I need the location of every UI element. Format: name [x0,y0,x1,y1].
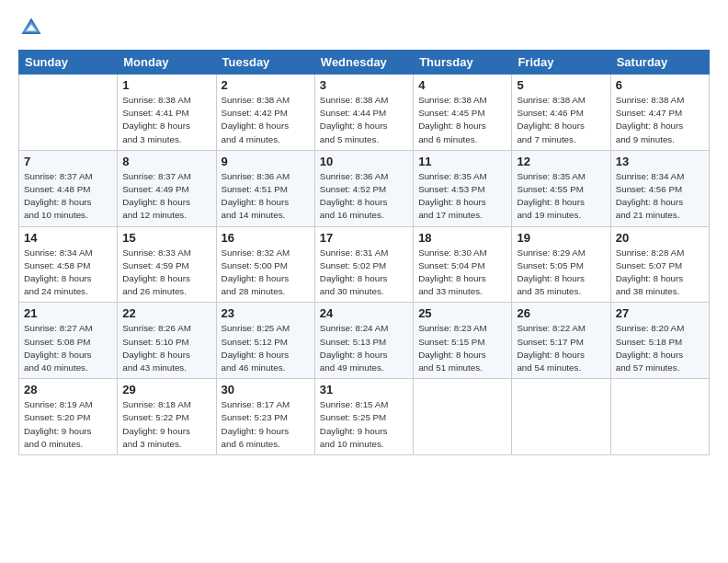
day-number: 24 [320,306,408,320]
day-info: Sunrise: 8:20 AM Sunset: 5:18 PM Dayligh… [616,322,704,374]
calendar-cell: 17Sunrise: 8:31 AM Sunset: 5:02 PM Dayli… [314,226,413,303]
calendar-cell: 27Sunrise: 8:20 AM Sunset: 5:18 PM Dayli… [610,303,709,379]
calendar-cell: 2Sunrise: 8:38 AM Sunset: 4:42 PM Daylig… [216,75,314,151]
weekday-header-saturday: Saturday [610,51,709,75]
weekday-header-tuesday: Tuesday [216,51,314,75]
day-number: 18 [418,231,506,245]
day-number: 6 [616,78,704,92]
day-info: Sunrise: 8:23 AM Sunset: 5:15 PM Dayligh… [418,322,506,374]
calendar-cell: 6Sunrise: 8:38 AM Sunset: 4:47 PM Daylig… [610,75,709,151]
calendar-cell: 28Sunrise: 8:19 AM Sunset: 5:20 PM Dayli… [19,379,118,455]
calendar-cell: 10Sunrise: 8:36 AM Sunset: 4:52 PM Dayli… [314,150,413,226]
day-info: Sunrise: 8:30 AM Sunset: 5:04 PM Dayligh… [418,247,506,299]
week-row-3: 14Sunrise: 8:34 AM Sunset: 4:58 PM Dayli… [19,226,710,303]
week-row-1: 1Sunrise: 8:38 AM Sunset: 4:41 PM Daylig… [19,75,710,151]
weekday-header-wednesday: Wednesday [314,51,413,75]
calendar-cell: 9Sunrise: 8:36 AM Sunset: 4:51 PM Daylig… [216,150,314,226]
week-row-4: 21Sunrise: 8:27 AM Sunset: 5:08 PM Dayli… [19,303,710,379]
day-info: Sunrise: 8:38 AM Sunset: 4:45 PM Dayligh… [418,94,506,146]
day-info: Sunrise: 8:29 AM Sunset: 5:05 PM Dayligh… [517,247,605,299]
day-info: Sunrise: 8:27 AM Sunset: 5:08 PM Dayligh… [24,322,112,374]
page: SundayMondayTuesdayWednesdayThursdayFrid… [0,0,728,563]
day-number: 22 [122,306,210,320]
day-info: Sunrise: 8:38 AM Sunset: 4:46 PM Dayligh… [517,94,605,146]
weekday-header-friday: Friday [512,51,610,75]
day-number: 12 [517,155,605,168]
day-info: Sunrise: 8:15 AM Sunset: 5:25 PM Dayligh… [320,398,408,451]
day-info: Sunrise: 8:34 AM Sunset: 4:58 PM Dayligh… [24,247,112,299]
calendar-cell: 3Sunrise: 8:38 AM Sunset: 4:44 PM Daylig… [314,75,413,151]
calendar-cell: 29Sunrise: 8:18 AM Sunset: 5:22 PM Dayli… [118,379,216,455]
day-number: 20 [616,231,704,245]
calendar-cell: 19Sunrise: 8:29 AM Sunset: 5:05 PM Dayli… [512,226,610,303]
day-info: Sunrise: 8:31 AM Sunset: 5:02 PM Dayligh… [320,247,408,299]
weekday-header-monday: Monday [118,51,216,75]
weekday-header-row: SundayMondayTuesdayWednesdayThursdayFrid… [19,51,710,75]
day-number: 29 [122,383,210,396]
day-info: Sunrise: 8:34 AM Sunset: 4:56 PM Dayligh… [616,170,704,223]
day-number: 13 [616,155,704,168]
day-number: 30 [222,383,310,396]
day-info: Sunrise: 8:35 AM Sunset: 4:55 PM Dayligh… [517,170,605,223]
day-number: 15 [122,231,210,245]
day-number: 28 [24,383,112,396]
day-info: Sunrise: 8:19 AM Sunset: 5:20 PM Dayligh… [24,398,112,451]
calendar-cell: 22Sunrise: 8:26 AM Sunset: 5:10 PM Dayli… [118,303,216,379]
day-number: 4 [418,78,506,92]
calendar-cell: 4Sunrise: 8:38 AM Sunset: 4:45 PM Daylig… [414,75,512,151]
day-info: Sunrise: 8:17 AM Sunset: 5:23 PM Dayligh… [222,398,310,451]
calendar-cell: 1Sunrise: 8:38 AM Sunset: 4:41 PM Daylig… [118,75,216,151]
day-number: 23 [222,306,310,320]
day-info: Sunrise: 8:38 AM Sunset: 4:47 PM Dayligh… [616,94,704,146]
calendar-cell: 18Sunrise: 8:30 AM Sunset: 5:04 PM Dayli… [414,226,512,303]
day-info: Sunrise: 8:28 AM Sunset: 5:07 PM Dayligh… [616,247,704,299]
day-info: Sunrise: 8:25 AM Sunset: 5:12 PM Dayligh… [222,322,310,374]
day-info: Sunrise: 8:18 AM Sunset: 5:22 PM Dayligh… [122,398,210,451]
day-number: 8 [122,155,210,168]
day-number: 14 [24,231,112,245]
day-number: 2 [222,78,310,92]
calendar-cell [512,379,610,455]
calendar-cell [610,379,709,455]
calendar-cell: 25Sunrise: 8:23 AM Sunset: 5:15 PM Dayli… [414,303,512,379]
day-number: 10 [320,155,408,168]
week-row-5: 28Sunrise: 8:19 AM Sunset: 5:20 PM Dayli… [19,379,710,455]
day-number: 19 [517,231,605,245]
week-row-2: 7Sunrise: 8:37 AM Sunset: 4:48 PM Daylig… [19,150,710,226]
calendar-cell: 7Sunrise: 8:37 AM Sunset: 4:48 PM Daylig… [19,150,118,226]
calendar-cell: 20Sunrise: 8:28 AM Sunset: 5:07 PM Dayli… [610,226,709,303]
day-number: 3 [320,78,408,92]
calendar-cell: 21Sunrise: 8:27 AM Sunset: 5:08 PM Dayli… [19,303,118,379]
calendar-cell: 8Sunrise: 8:37 AM Sunset: 4:49 PM Daylig… [118,150,216,226]
calendar-cell: 23Sunrise: 8:25 AM Sunset: 5:12 PM Dayli… [216,303,314,379]
day-number: 31 [320,383,408,396]
day-info: Sunrise: 8:38 AM Sunset: 4:44 PM Dayligh… [320,94,408,146]
day-number: 9 [222,155,310,168]
day-number: 7 [24,155,112,168]
day-info: Sunrise: 8:36 AM Sunset: 4:52 PM Dayligh… [320,170,408,223]
calendar-cell: 12Sunrise: 8:35 AM Sunset: 4:55 PM Dayli… [512,150,610,226]
day-info: Sunrise: 8:36 AM Sunset: 4:51 PM Dayligh… [222,170,310,223]
day-number: 21 [24,306,112,320]
calendar-cell: 13Sunrise: 8:34 AM Sunset: 4:56 PM Dayli… [610,150,709,226]
day-info: Sunrise: 8:26 AM Sunset: 5:10 PM Dayligh… [122,322,210,374]
day-info: Sunrise: 8:37 AM Sunset: 4:48 PM Dayligh… [24,170,112,223]
calendar-cell: 31Sunrise: 8:15 AM Sunset: 5:25 PM Dayli… [314,379,413,455]
calendar-cell: 30Sunrise: 8:17 AM Sunset: 5:23 PM Dayli… [216,379,314,455]
day-number: 16 [222,231,310,245]
calendar-table: SundayMondayTuesdayWednesdayThursdayFrid… [18,50,710,455]
day-info: Sunrise: 8:32 AM Sunset: 5:00 PM Dayligh… [222,247,310,299]
header [18,15,710,40]
day-number: 25 [418,306,506,320]
day-info: Sunrise: 8:37 AM Sunset: 4:49 PM Dayligh… [122,170,210,223]
day-info: Sunrise: 8:35 AM Sunset: 4:53 PM Dayligh… [418,170,506,223]
day-info: Sunrise: 8:33 AM Sunset: 4:59 PM Dayligh… [122,247,210,299]
calendar-cell: 26Sunrise: 8:22 AM Sunset: 5:17 PM Dayli… [512,303,610,379]
calendar-cell [19,75,118,151]
calendar-cell [414,379,512,455]
day-info: Sunrise: 8:38 AM Sunset: 4:41 PM Dayligh… [122,94,210,146]
calendar-cell: 5Sunrise: 8:38 AM Sunset: 4:46 PM Daylig… [512,75,610,151]
day-info: Sunrise: 8:24 AM Sunset: 5:13 PM Dayligh… [320,322,408,374]
calendar-cell: 11Sunrise: 8:35 AM Sunset: 4:53 PM Dayli… [414,150,512,226]
calendar-cell: 15Sunrise: 8:33 AM Sunset: 4:59 PM Dayli… [118,226,216,303]
